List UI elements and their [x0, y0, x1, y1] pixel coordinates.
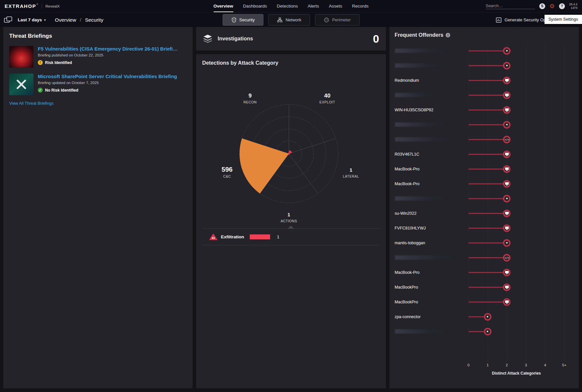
- offender-row[interactable]: FVFC810HLYWJ: [395, 221, 573, 235]
- offender-row[interactable]: [395, 191, 573, 206]
- nav-item-assets[interactable]: Assets: [329, 0, 342, 12]
- offender-name[interactable]: MacBook-Pro: [395, 270, 469, 275]
- offender-row[interactable]: MacBook-Pro: [395, 265, 573, 280]
- svg-text:RECON: RECON: [244, 100, 257, 104]
- time-range-selector[interactable]: Last 7 days ▾: [18, 17, 46, 22]
- offender-name[interactable]: su-Win2022: [395, 211, 469, 216]
- monitor-device-icon[interactable]: [503, 150, 511, 158]
- briefing-link[interactable]: F5 Vulnerabilities (CISA Emergency Direc…: [38, 46, 178, 52]
- offender-row[interactable]: MacBookPro: [395, 294, 573, 309]
- nav-item-dashboards[interactable]: Dashboards: [243, 0, 267, 12]
- offender-name[interactable]: MacBookPro: [395, 300, 469, 304]
- offender-line: [469, 242, 507, 243]
- monitor-device-icon[interactable]: [503, 180, 511, 187]
- offender-row[interactable]: MacBook-Pro: [395, 176, 573, 191]
- offender-row[interactable]: Redmondium: [395, 73, 573, 88]
- nav-item-records[interactable]: Records: [352, 0, 368, 12]
- axis-tick: 0: [467, 363, 469, 367]
- attack-category-radar[interactable]: 9RECON40EXPLOIT1LATERAL1ACTIONS596C&C: [205, 71, 376, 225]
- offender-line: [469, 168, 507, 169]
- dot-device-icon[interactable]: [503, 239, 511, 247]
- offender-name[interactable]: Redmondium: [395, 78, 469, 83]
- offender-track: [469, 73, 564, 88]
- offender-name[interactable]: MacBook-Pro: [395, 167, 469, 171]
- detection-legend-row[interactable]: 83 Exfiltration 1: [202, 229, 380, 245]
- offender-name[interactable]: zpa-connector: [395, 315, 469, 319]
- risk-triangle-icon: 83: [209, 233, 217, 240]
- offender-name[interactable]: mantis-toboggan: [395, 241, 469, 245]
- pane-layout-icon[interactable]: [4, 16, 12, 24]
- offender-row[interactable]: </>: [395, 250, 573, 265]
- offender-line: [469, 257, 507, 258]
- offender-row[interactable]: [395, 88, 573, 102]
- view-all-threat-briefings-link[interactable]: View All Threat Briefings: [9, 101, 187, 106]
- help-icon[interactable]: ?: [559, 3, 565, 9]
- axis-tick: 1: [487, 363, 489, 367]
- breadcrumb-overview[interactable]: Overview: [55, 17, 76, 23]
- dot-device-icon[interactable]: [503, 47, 511, 54]
- code-device-icon[interactable]: </>: [503, 136, 511, 143]
- offender-row[interactable]: mantis-toboggan: [395, 235, 573, 250]
- breadcrumb-security[interactable]: Security: [85, 17, 104, 23]
- offender-row[interactable]: [395, 43, 573, 58]
- monitor-device-icon[interactable]: [503, 269, 511, 276]
- offender-row[interactable]: </>: [395, 132, 573, 147]
- briefing-thumbnail-f5[interactable]: [9, 46, 34, 68]
- offender-name[interactable]: WIN-HU3SCSO8P92: [395, 108, 469, 112]
- security-view-button[interactable]: Security: [222, 14, 264, 26]
- left-column: Threat Briefings F5 Vulnerabilities (CIS…: [3, 27, 193, 388]
- offender-name[interactable]: R03V467L1C: [395, 152, 469, 157]
- offender-row[interactable]: [395, 58, 573, 73]
- nav-item-overview[interactable]: Overview: [214, 0, 233, 12]
- monitor-device-icon[interactable]: [503, 283, 511, 291]
- monitor-device-icon[interactable]: [503, 91, 511, 99]
- investigations-panel[interactable]: Investigations 0: [196, 27, 385, 51]
- extrahop-logo[interactable]: EXTRAHOP®: [5, 3, 38, 9]
- monitor-device-icon[interactable]: [503, 76, 511, 84]
- dot-device-icon[interactable]: [503, 62, 511, 69]
- perimeter-view-button[interactable]: Perimeter: [315, 14, 360, 26]
- axis-tick: 5+: [562, 363, 566, 367]
- offender-name: [395, 48, 469, 53]
- offender-row[interactable]: WIN-HU3SCSO8P92: [395, 102, 573, 117]
- monitor-device-icon[interactable]: [503, 165, 511, 173]
- redacted-name: [395, 329, 444, 334]
- info-icon[interactable]: i: [446, 33, 450, 37]
- offender-name[interactable]: FVFC810HLYWJ: [395, 226, 469, 230]
- gear-icon[interactable]: ⚙: [549, 3, 555, 9]
- nav-item-detections[interactable]: Detections: [277, 0, 298, 12]
- search-input[interactable]: [486, 3, 535, 9]
- offender-name[interactable]: MacBookPro: [395, 285, 469, 290]
- offender-row[interactable]: MacBookPro: [395, 280, 573, 294]
- network-view-button[interactable]: Network: [268, 14, 310, 26]
- svg-text:LATERAL: LATERAL: [343, 174, 359, 178]
- offender-name[interactable]: MacBook-Pro: [395, 182, 469, 186]
- frequent-offenders-title: Frequent Offenders: [395, 32, 443, 38]
- redacted-name: [395, 122, 446, 127]
- top-nav: EXTRAHOP® RevealX OverviewDashboardsDete…: [0, 0, 582, 12]
- nav-item-alerts[interactable]: Alerts: [308, 0, 319, 12]
- offender-line: [469, 287, 507, 288]
- dot-device-icon[interactable]: [484, 313, 491, 320]
- offender-row[interactable]: [395, 324, 573, 339]
- offender-row[interactable]: R03V467L1C: [395, 147, 573, 162]
- offender-row[interactable]: [395, 117, 573, 132]
- monitor-device-icon[interactable]: [503, 209, 511, 217]
- briefing-item: Microsoft SharePoint Server Critical Vul…: [9, 74, 187, 95]
- code-device-icon[interactable]: </>: [503, 254, 511, 261]
- briefing-link[interactable]: Microsoft SharePoint Server Critical Vul…: [38, 74, 177, 79]
- dot-device-icon[interactable]: [503, 121, 511, 128]
- offenders-rows: RedmondiumWIN-HU3SCSO8P92</>R03V467L1CMa…: [395, 43, 573, 339]
- offender-row[interactable]: MacBook-Pro: [395, 162, 573, 176]
- offender-row[interactable]: zpa-connector: [395, 309, 573, 324]
- monitor-device-icon[interactable]: [503, 298, 511, 306]
- monitor-device-icon[interactable]: [503, 224, 511, 232]
- monitor-device-icon[interactable]: [503, 106, 511, 114]
- redacted-name: [395, 255, 455, 260]
- briefing-thumbnail-sharepoint[interactable]: [9, 74, 34, 95]
- offender-row[interactable]: su-Win2022: [395, 206, 573, 221]
- system-status-icon[interactable]: S: [539, 3, 545, 9]
- generate-report-button[interactable]: Generate Security Op: [496, 17, 546, 23]
- dot-device-icon[interactable]: [484, 328, 491, 335]
- dot-device-icon[interactable]: [503, 195, 511, 202]
